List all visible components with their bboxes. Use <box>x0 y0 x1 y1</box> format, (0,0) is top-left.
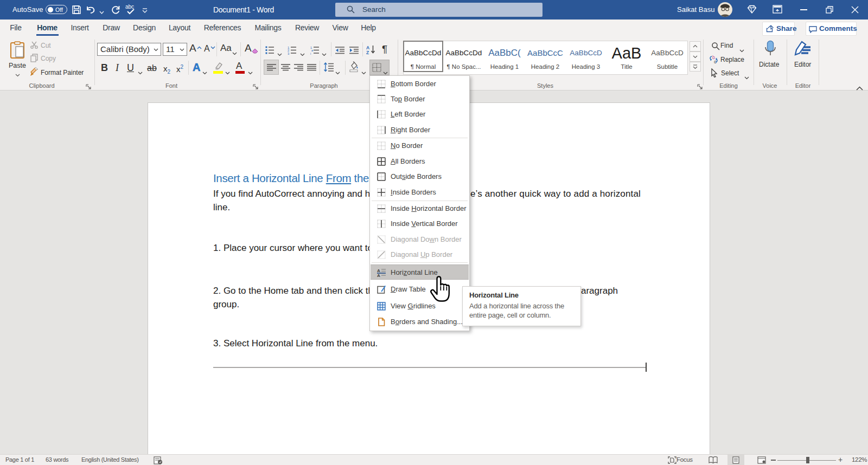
svg-text:i: i <box>310 52 311 55</box>
svg-text:Z: Z <box>366 50 369 55</box>
svg-text:A: A <box>377 273 380 277</box>
svg-text:a: a <box>311 49 314 52</box>
svg-text:A: A <box>377 268 380 273</box>
svg-text:3: 3 <box>288 52 290 55</box>
svg-text:abc: abc <box>125 4 134 10</box>
